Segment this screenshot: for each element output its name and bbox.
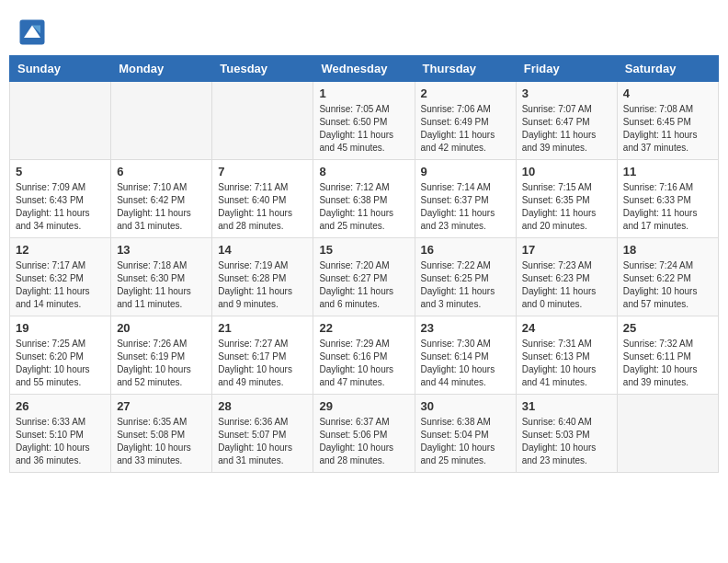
calendar-cell	[617, 395, 718, 473]
calendar-cell: 22Sunrise: 7:29 AM Sunset: 6:16 PM Dayli…	[313, 316, 415, 395]
calendar-cell: 5Sunrise: 7:09 AM Sunset: 6:43 PM Daylig…	[10, 160, 111, 238]
day-number: 18	[623, 243, 712, 257]
day-info: Sunrise: 7:29 AM Sunset: 6:16 PM Dayligh…	[319, 338, 408, 389]
calendar-cell: 11Sunrise: 7:16 AM Sunset: 6:33 PM Dayli…	[617, 160, 718, 238]
calendar-cell	[212, 82, 313, 160]
day-info: Sunrise: 7:12 AM Sunset: 6:38 PM Dayligh…	[319, 181, 408, 233]
calendar-cell: 28Sunrise: 6:36 AM Sunset: 5:07 PM Dayli…	[212, 395, 313, 473]
day-number: 28	[218, 399, 307, 413]
day-info: Sunrise: 7:30 AM Sunset: 6:14 PM Dayligh…	[421, 338, 510, 389]
day-number: 22	[319, 321, 408, 335]
calendar-cell: 2Sunrise: 7:06 AM Sunset: 6:49 PM Daylig…	[415, 82, 516, 160]
week-row-2: 5Sunrise: 7:09 AM Sunset: 6:43 PM Daylig…	[10, 160, 719, 238]
day-number: 9	[421, 165, 510, 178]
day-number: 8	[319, 165, 408, 178]
calendar-cell: 24Sunrise: 7:31 AM Sunset: 6:13 PM Dayli…	[516, 316, 617, 395]
day-number: 12	[16, 243, 105, 257]
day-number: 26	[16, 399, 105, 413]
day-info: Sunrise: 6:33 AM Sunset: 5:10 PM Dayligh…	[16, 416, 105, 467]
day-number: 4	[623, 86, 712, 100]
column-header-saturday: Saturday	[617, 56, 718, 82]
day-info: Sunrise: 6:37 AM Sunset: 5:06 PM Dayligh…	[319, 416, 408, 467]
calendar-cell: 23Sunrise: 7:30 AM Sunset: 6:14 PM Dayli…	[415, 316, 516, 395]
day-info: Sunrise: 6:36 AM Sunset: 5:07 PM Dayligh…	[218, 416, 307, 467]
calendar-cell: 4Sunrise: 7:08 AM Sunset: 6:45 PM Daylig…	[617, 82, 718, 160]
calendar-cell: 29Sunrise: 6:37 AM Sunset: 5:06 PM Dayli…	[313, 395, 415, 473]
day-number: 13	[117, 243, 206, 257]
week-row-4: 19Sunrise: 7:25 AM Sunset: 6:20 PM Dayli…	[10, 316, 719, 395]
day-info: Sunrise: 7:25 AM Sunset: 6:20 PM Dayligh…	[16, 338, 105, 389]
day-info: Sunrise: 7:27 AM Sunset: 6:17 PM Dayligh…	[218, 338, 307, 389]
calendar-cell: 12Sunrise: 7:17 AM Sunset: 6:32 PM Dayli…	[10, 238, 111, 316]
calendar-cell: 8Sunrise: 7:12 AM Sunset: 6:38 PM Daylig…	[313, 160, 415, 238]
day-info: Sunrise: 7:09 AM Sunset: 6:43 PM Dayligh…	[16, 181, 105, 233]
day-number: 30	[421, 399, 510, 413]
calendar-cell: 31Sunrise: 6:40 AM Sunset: 5:03 PM Dayli…	[516, 395, 617, 473]
column-header-friday: Friday	[516, 56, 617, 82]
day-info: Sunrise: 7:06 AM Sunset: 6:49 PM Dayligh…	[421, 103, 510, 155]
calendar-cell: 17Sunrise: 7:23 AM Sunset: 6:23 PM Dayli…	[516, 238, 617, 316]
day-number: 7	[218, 165, 307, 178]
logo	[18, 18, 50, 46]
day-number: 20	[117, 321, 206, 335]
calendar-cell: 20Sunrise: 7:26 AM Sunset: 6:19 PM Dayli…	[111, 316, 212, 395]
day-number: 15	[319, 243, 408, 257]
week-row-3: 12Sunrise: 7:17 AM Sunset: 6:32 PM Dayli…	[10, 238, 719, 316]
day-info: Sunrise: 6:35 AM Sunset: 5:08 PM Dayligh…	[117, 416, 206, 467]
calendar-cell: 15Sunrise: 7:20 AM Sunset: 6:27 PM Dayli…	[313, 238, 415, 316]
day-info: Sunrise: 7:15 AM Sunset: 6:35 PM Dayligh…	[522, 181, 611, 233]
calendar-table: SundayMondayTuesdayWednesdayThursdayFrid…	[9, 55, 719, 473]
day-info: Sunrise: 7:31 AM Sunset: 6:13 PM Dayligh…	[522, 338, 611, 389]
day-number: 31	[522, 399, 611, 413]
calendar-cell: 6Sunrise: 7:10 AM Sunset: 6:42 PM Daylig…	[111, 160, 212, 238]
day-info: Sunrise: 7:10 AM Sunset: 6:42 PM Dayligh…	[117, 181, 206, 233]
day-info: Sunrise: 7:18 AM Sunset: 6:30 PM Dayligh…	[117, 259, 206, 311]
day-number: 24	[522, 321, 611, 335]
day-info: Sunrise: 7:07 AM Sunset: 6:47 PM Dayligh…	[522, 103, 611, 155]
column-header-wednesday: Wednesday	[313, 56, 415, 82]
calendar-cell: 19Sunrise: 7:25 AM Sunset: 6:20 PM Dayli…	[10, 316, 111, 395]
day-info: Sunrise: 7:23 AM Sunset: 6:23 PM Dayligh…	[522, 259, 611, 311]
calendar-cell	[111, 82, 212, 160]
day-info: Sunrise: 6:40 AM Sunset: 5:03 PM Dayligh…	[522, 416, 611, 467]
logo-icon	[18, 18, 46, 46]
day-number: 5	[16, 165, 105, 178]
calendar-cell: 18Sunrise: 7:24 AM Sunset: 6:22 PM Dayli…	[617, 238, 718, 316]
calendar-cell: 1Sunrise: 7:05 AM Sunset: 6:50 PM Daylig…	[313, 82, 415, 160]
calendar-cell: 3Sunrise: 7:07 AM Sunset: 6:47 PM Daylig…	[516, 82, 617, 160]
calendar-cell: 26Sunrise: 6:33 AM Sunset: 5:10 PM Dayli…	[10, 395, 111, 473]
calendar-cell: 21Sunrise: 7:27 AM Sunset: 6:17 PM Dayli…	[212, 316, 313, 395]
day-number: 14	[218, 243, 307, 257]
page-header	[9, 9, 719, 55]
day-info: Sunrise: 7:20 AM Sunset: 6:27 PM Dayligh…	[319, 259, 408, 311]
day-number: 3	[522, 86, 611, 100]
calendar-cell: 14Sunrise: 7:19 AM Sunset: 6:28 PM Dayli…	[212, 238, 313, 316]
day-info: Sunrise: 7:05 AM Sunset: 6:50 PM Dayligh…	[319, 103, 408, 155]
day-number: 29	[319, 399, 408, 413]
day-number: 25	[623, 321, 712, 335]
calendar-cell: 25Sunrise: 7:32 AM Sunset: 6:11 PM Dayli…	[617, 316, 718, 395]
day-info: Sunrise: 7:08 AM Sunset: 6:45 PM Dayligh…	[623, 103, 712, 155]
column-header-sunday: Sunday	[10, 56, 111, 82]
day-number: 10	[522, 165, 611, 178]
day-number: 27	[117, 399, 206, 413]
day-info: Sunrise: 7:19 AM Sunset: 6:28 PM Dayligh…	[218, 259, 307, 311]
calendar-cell	[10, 82, 111, 160]
column-header-monday: Monday	[111, 56, 212, 82]
calendar-cell: 7Sunrise: 7:11 AM Sunset: 6:40 PM Daylig…	[212, 160, 313, 238]
day-number: 6	[117, 165, 206, 178]
day-info: Sunrise: 7:14 AM Sunset: 6:37 PM Dayligh…	[421, 181, 510, 233]
day-info: Sunrise: 7:26 AM Sunset: 6:19 PM Dayligh…	[117, 338, 206, 389]
day-info: Sunrise: 7:32 AM Sunset: 6:11 PM Dayligh…	[623, 338, 712, 389]
day-number: 2	[421, 86, 510, 100]
column-header-thursday: Thursday	[415, 56, 516, 82]
day-info: Sunrise: 7:22 AM Sunset: 6:25 PM Dayligh…	[421, 259, 510, 311]
day-number: 17	[522, 243, 611, 257]
day-number: 11	[623, 165, 712, 178]
calendar-cell: 30Sunrise: 6:38 AM Sunset: 5:04 PM Dayli…	[415, 395, 516, 473]
day-number: 19	[16, 321, 105, 335]
day-info: Sunrise: 7:17 AM Sunset: 6:32 PM Dayligh…	[16, 259, 105, 311]
calendar-cell: 9Sunrise: 7:14 AM Sunset: 6:37 PM Daylig…	[415, 160, 516, 238]
day-info: Sunrise: 7:16 AM Sunset: 6:33 PM Dayligh…	[623, 181, 712, 233]
day-info: Sunrise: 7:11 AM Sunset: 6:40 PM Dayligh…	[218, 181, 307, 233]
